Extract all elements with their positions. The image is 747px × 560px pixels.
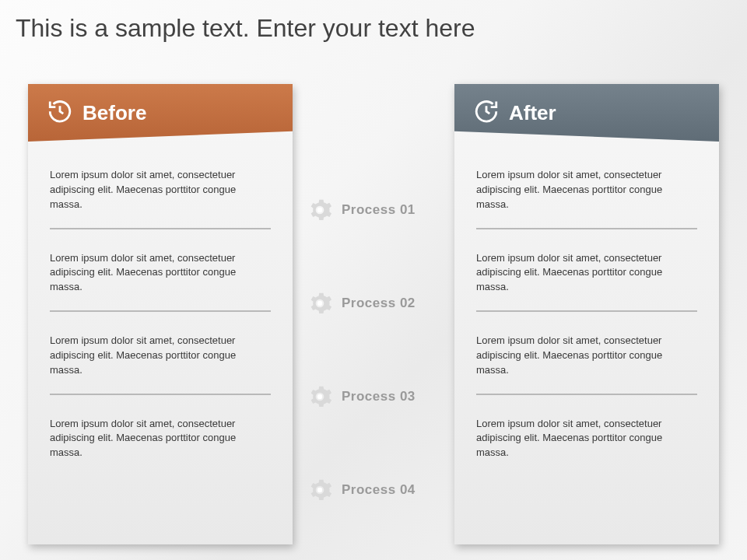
- before-panel: Before Lorem ipsum dolor sit amet, conse…: [28, 84, 293, 544]
- list-item: Lorem ipsum dolor sit amet, consectetuer…: [50, 160, 271, 228]
- list-item: Lorem ipsum dolor sit amet, consectetuer…: [50, 409, 271, 477]
- process-row: Process 02: [307, 257, 447, 350]
- list-item: Lorem ipsum dolor sit amet, consectetuer…: [476, 243, 697, 311]
- divider: [476, 310, 697, 312]
- svg-point-3: [317, 488, 322, 492]
- divider: [50, 394, 271, 395]
- list-item: Lorem ipsum dolor sit amet, consectetuer…: [476, 409, 697, 477]
- after-body: Lorem ipsum dolor sit amet, consectetuer…: [454, 142, 719, 484]
- divider: [50, 310, 271, 312]
- before-body: Lorem ipsum dolor sit amet, consectetuer…: [28, 142, 293, 484]
- after-header: After: [454, 84, 719, 142]
- after-label: After: [509, 101, 556, 125]
- list-item: Lorem ipsum dolor sit amet, consectetuer…: [476, 326, 697, 394]
- refresh-clock-icon: [473, 98, 500, 124]
- svg-point-2: [317, 394, 322, 399]
- gear-icon: [307, 198, 332, 222]
- divider: [50, 228, 271, 229]
- svg-point-1: [317, 301, 322, 306]
- process-row: Process 04: [307, 443, 447, 537]
- process-row: Process 01: [307, 163, 447, 257]
- list-item: Lorem ipsum dolor sit amet, consectetuer…: [476, 160, 697, 228]
- slide: This is a sample text. Enter your text h…: [0, 0, 747, 560]
- process-label: Process 01: [342, 202, 416, 218]
- process-label: Process 02: [342, 296, 416, 311]
- divider: [476, 228, 697, 229]
- process-label: Process 04: [342, 482, 416, 498]
- before-header: Before: [28, 84, 293, 142]
- gear-icon: [307, 478, 332, 502]
- list-item: Lorem ipsum dolor sit amet, consectetuer…: [50, 243, 271, 311]
- gear-icon: [307, 384, 332, 409]
- divider: [476, 394, 697, 395]
- gear-icon: [307, 291, 332, 316]
- list-item: Lorem ipsum dolor sit amet, consectetuer…: [50, 326, 271, 394]
- slide-title: This is a sample text. Enter your text h…: [16, 14, 731, 43]
- process-label: Process 03: [342, 389, 416, 404]
- history-clock-icon: [47, 98, 73, 124]
- process-column: Process 01 Process 02 Process 03 Process…: [307, 163, 447, 537]
- svg-point-0: [317, 208, 322, 212]
- process-row: Process 03: [307, 350, 447, 443]
- after-panel: After Lorem ipsum dolor sit amet, consec…: [454, 84, 719, 544]
- before-label: Before: [82, 101, 146, 125]
